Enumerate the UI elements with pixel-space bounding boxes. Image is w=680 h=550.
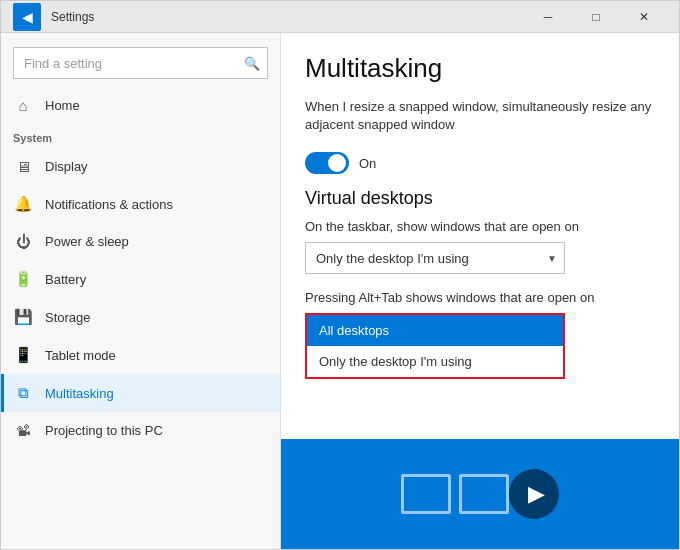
search-input[interactable] (13, 47, 268, 79)
virtual-desktops-title: Virtual desktops (305, 188, 655, 209)
video-thumbnail-area: ▶ (281, 439, 679, 549)
alt-tab-option-all[interactable]: All desktops (307, 315, 563, 346)
sidebar-item-storage[interactable]: 💾 Storage (1, 298, 280, 336)
virtual-desktops-section: Virtual desktops On the taskbar, show wi… (305, 188, 655, 379)
storage-icon: 💾 (13, 308, 33, 326)
settings-window: ◀ Settings ─ □ ✕ 🔍 ⌂ Home System 🖥 Displ… (0, 0, 680, 550)
window-frame-1 (401, 474, 451, 514)
display-icon: 🖥 (13, 158, 33, 175)
window-frame-2 (459, 474, 509, 514)
window-title: Settings (51, 10, 525, 24)
alt-tab-option-only[interactable]: Only the desktop I'm using (307, 346, 563, 377)
minimize-button[interactable]: ─ (525, 1, 571, 33)
titlebar: ◀ Settings ─ □ ✕ (1, 1, 679, 33)
window-frames-graphic (401, 474, 509, 514)
sidebar-item-power[interactable]: ⏻ Power & sleep (1, 223, 280, 260)
battery-icon: 🔋 (13, 270, 33, 288)
content-area: Multitasking When I resize a snapped win… (281, 33, 679, 549)
projecting-icon: 📽 (13, 422, 33, 439)
sidebar-section-system: System (1, 124, 280, 148)
sidebar-item-home-label: Home (45, 98, 80, 113)
tablet-icon: 📱 (13, 346, 33, 364)
main-content: 🔍 ⌂ Home System 🖥 Display 🔔 Notification… (1, 33, 679, 549)
sidebar-item-projecting[interactable]: 📽 Projecting to this PC (1, 412, 280, 449)
search-icon: 🔍 (244, 56, 260, 71)
alt-tab-label: Pressing Alt+Tab shows windows that are … (305, 290, 655, 305)
sidebar-item-power-label: Power & sleep (45, 234, 129, 249)
sidebar: 🔍 ⌂ Home System 🖥 Display 🔔 Notification… (1, 33, 281, 549)
sidebar-item-display[interactable]: 🖥 Display (1, 148, 280, 185)
sidebar-item-multitasking[interactable]: ⧉ Multitasking (1, 374, 280, 412)
sidebar-item-notifications[interactable]: 🔔 Notifications & actions (1, 185, 280, 223)
play-button[interactable]: ▶ (509, 469, 559, 519)
toggle-knob (328, 154, 346, 172)
sidebar-item-storage-label: Storage (45, 310, 91, 325)
taskbar-dropdown-label: On the taskbar, show windows that are op… (305, 219, 655, 234)
sidebar-item-battery-label: Battery (45, 272, 86, 287)
multitasking-icon: ⧉ (13, 384, 33, 402)
sidebar-item-display-label: Display (45, 159, 88, 174)
sidebar-item-tablet-label: Tablet mode (45, 348, 116, 363)
home-icon: ⌂ (13, 97, 33, 114)
sidebar-item-multitasking-label: Multitasking (45, 386, 114, 401)
taskbar-dropdown-row: On the taskbar, show windows that are op… (305, 219, 655, 274)
toggle-description: When I resize a snapped window, simultan… (305, 98, 655, 134)
page-title: Multitasking (305, 53, 655, 84)
taskbar-dropdown-wrapper: All desktops Only the desktop I'm using … (305, 242, 565, 274)
window-controls: ─ □ ✕ (525, 1, 667, 33)
sidebar-item-projecting-label: Projecting to this PC (45, 423, 163, 438)
back-icon: ◀ (22, 9, 33, 25)
close-button[interactable]: ✕ (621, 1, 667, 33)
alt-tab-dropdown-popup: All desktops Only the desktop I'm using (305, 313, 565, 379)
sidebar-item-notifications-label: Notifications & actions (45, 197, 173, 212)
toggle-control-row: On (305, 152, 655, 174)
play-icon: ▶ (528, 481, 545, 507)
toggle-state-label: On (359, 156, 376, 171)
notifications-icon: 🔔 (13, 195, 33, 213)
taskbar-dropdown[interactable]: All desktops Only the desktop I'm using (305, 242, 565, 274)
power-icon: ⏻ (13, 233, 33, 250)
snap-toggle[interactable] (305, 152, 349, 174)
sidebar-item-home[interactable]: ⌂ Home (1, 87, 280, 124)
alt-tab-section: Pressing Alt+Tab shows windows that are … (305, 290, 655, 379)
snap-toggle-row: When I resize a snapped window, simultan… (305, 98, 655, 144)
sidebar-item-tablet[interactable]: 📱 Tablet mode (1, 336, 280, 374)
search-container: 🔍 (13, 47, 268, 79)
maximize-button[interactable]: □ (573, 1, 619, 33)
sidebar-item-battery[interactable]: 🔋 Battery (1, 260, 280, 298)
back-button[interactable]: ◀ (13, 3, 41, 31)
